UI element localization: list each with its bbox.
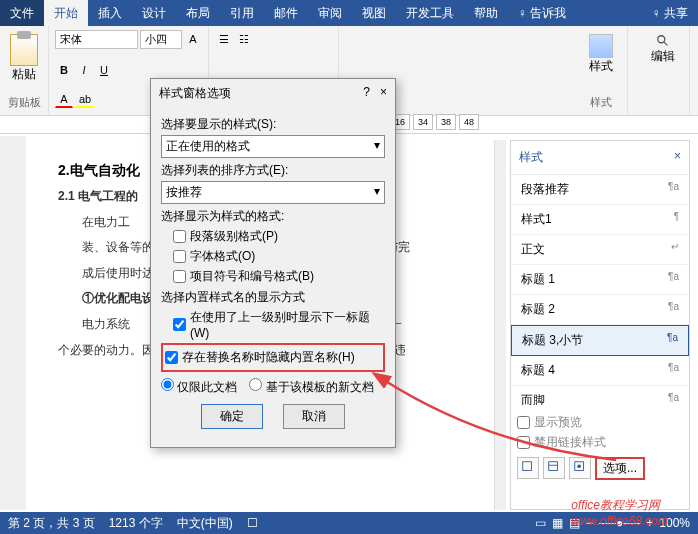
font-size-select[interactable]: 小四 bbox=[140, 30, 182, 49]
close-icon[interactable]: × bbox=[674, 149, 681, 166]
bold-button[interactable]: B bbox=[55, 61, 73, 79]
radio-this-doc[interactable]: 仅限此文档 bbox=[161, 378, 237, 396]
italic-button[interactable]: I bbox=[75, 61, 93, 79]
style-item[interactable]: 标题 1¶a bbox=[511, 265, 689, 295]
number-list-icon[interactable]: ☷ bbox=[235, 30, 253, 48]
zoom-slider[interactable]: ──●── bbox=[599, 516, 640, 530]
tab-home[interactable]: 开始 bbox=[44, 0, 88, 26]
editing-button[interactable]: 编辑 bbox=[643, 30, 683, 69]
select-show-styles[interactable]: 正在使用的格式▾ bbox=[161, 135, 385, 158]
styles-task-pane: 样式 × 段落推荐¶a 样式1¶ 正文↵ 标题 1¶a 标题 2¶a 标题 3,… bbox=[510, 140, 690, 510]
styles-list[interactable]: 段落推荐¶a 样式1¶ 正文↵ 标题 1¶a 标题 2¶a 标题 3,小节¶a … bbox=[511, 175, 689, 405]
styles-label: 样式 bbox=[589, 58, 613, 75]
font-name-select[interactable]: 宋体 bbox=[55, 30, 138, 49]
checkbox-font-format[interactable]: 字体格式(O) bbox=[173, 248, 385, 265]
view-readmode-icon[interactable]: ▭ bbox=[535, 516, 546, 530]
label-show-as-style: 选择显示为样式的格式: bbox=[161, 208, 385, 225]
editing-label: 编辑 bbox=[651, 48, 675, 65]
view-print-icon[interactable]: ▦ bbox=[552, 516, 563, 530]
chevron-down-icon: ▾ bbox=[374, 184, 380, 201]
style-item-selected[interactable]: 标题 3,小节¶a bbox=[511, 325, 689, 356]
status-ime[interactable]: ☐ bbox=[247, 516, 258, 530]
status-wordcount[interactable]: 1213 个字 bbox=[109, 515, 163, 532]
status-language[interactable]: 中文(中国) bbox=[177, 515, 233, 532]
vertical-scrollbar[interactable] bbox=[494, 140, 506, 510]
grow-font-icon[interactable]: A bbox=[184, 30, 202, 48]
zoom-in-icon[interactable]: + bbox=[646, 516, 653, 530]
group-styles: 样式 样式 bbox=[575, 26, 628, 114]
tab-design[interactable]: 设计 bbox=[132, 0, 176, 26]
zoom-out-icon[interactable]: − bbox=[586, 516, 593, 530]
close-icon[interactable]: × bbox=[380, 85, 387, 102]
nav-num[interactable]: 38 bbox=[436, 114, 456, 130]
clipboard-icon bbox=[10, 34, 38, 66]
font-color-button[interactable]: A bbox=[55, 90, 73, 108]
status-bar: 第 2 页，共 3 页 1213 个字 中文(中国) ☐ ▭ ▦ ▤ − ──●… bbox=[0, 512, 698, 534]
tell-me[interactable]: ♀ 告诉我 bbox=[508, 0, 576, 26]
style-item[interactable]: 正文↵ bbox=[511, 235, 689, 265]
zoom-level[interactable]: 100% bbox=[659, 516, 690, 530]
chevron-down-icon: ▾ bbox=[374, 138, 380, 155]
styles-pane-title: 样式 bbox=[519, 149, 543, 166]
body-text: 电力系统 bbox=[82, 317, 130, 331]
styles-button[interactable]: 样式 bbox=[581, 30, 621, 79]
style-item[interactable]: 标题 4¶a bbox=[511, 356, 689, 386]
tab-file[interactable]: 文件 bbox=[0, 0, 44, 26]
style-inspector-button[interactable] bbox=[543, 457, 565, 479]
dialog-titlebar: 样式窗格选项 ? × bbox=[151, 79, 395, 108]
tab-devtools[interactable]: 开发工具 bbox=[396, 0, 464, 26]
select-sort[interactable]: 按推荐▾ bbox=[161, 181, 385, 204]
help-icon[interactable]: ? bbox=[363, 85, 370, 102]
search-icon bbox=[656, 34, 670, 48]
style-item[interactable]: 标题 2¶a bbox=[511, 295, 689, 325]
paste-label: 粘贴 bbox=[12, 66, 36, 83]
tab-insert[interactable]: 插入 bbox=[88, 0, 132, 26]
tab-view[interactable]: 视图 bbox=[352, 0, 396, 26]
checkbox-show-preview[interactable]: 显示预览 bbox=[517, 414, 683, 431]
checkbox-show-next-heading[interactable]: 在使用了上一级别时显示下一标题(W) bbox=[173, 309, 385, 340]
svg-point-6 bbox=[577, 464, 581, 468]
checkbox-paragraph-format[interactable]: 段落级别格式(P) bbox=[173, 228, 385, 245]
group-editing: 编辑 bbox=[637, 26, 690, 114]
style-item[interactable]: 样式1¶ bbox=[511, 205, 689, 235]
manage-icon bbox=[573, 460, 587, 474]
nav-num[interactable]: 48 bbox=[459, 114, 479, 130]
view-web-icon[interactable]: ▤ bbox=[569, 516, 580, 530]
share-button[interactable]: ♀ 共享 bbox=[642, 0, 698, 26]
nav-num[interactable]: 34 bbox=[413, 114, 433, 130]
underline-button[interactable]: U bbox=[95, 61, 113, 79]
svg-rect-3 bbox=[549, 461, 558, 470]
checkbox-hide-builtin-names[interactable]: 存在替换名称时隐藏内置名称(H) bbox=[165, 349, 381, 366]
new-style-button[interactable] bbox=[517, 457, 539, 479]
label-sort: 选择列表的排序方式(E): bbox=[161, 162, 385, 179]
label-show-styles: 选择要显示的样式(S): bbox=[161, 116, 385, 133]
paste-button[interactable]: 粘贴 bbox=[6, 30, 42, 87]
dialog-title-text: 样式窗格选项 bbox=[159, 85, 231, 102]
left-gutter bbox=[0, 136, 26, 510]
tab-references[interactable]: 引用 bbox=[220, 0, 264, 26]
checkbox-bullet-format[interactable]: 项目符号和编号格式(B) bbox=[173, 268, 385, 285]
group-styles-label: 样式 bbox=[581, 95, 621, 110]
status-page[interactable]: 第 2 页，共 3 页 bbox=[8, 515, 95, 532]
options-button[interactable]: 选项... bbox=[595, 457, 645, 480]
tab-mailings[interactable]: 邮件 bbox=[264, 0, 308, 26]
bullet-list-icon[interactable]: ☰ bbox=[215, 30, 233, 48]
cancel-button[interactable]: 取消 bbox=[283, 404, 345, 429]
svg-rect-2 bbox=[523, 461, 532, 470]
inspector-icon bbox=[547, 460, 561, 474]
svg-point-0 bbox=[658, 36, 665, 43]
manage-styles-button[interactable] bbox=[569, 457, 591, 479]
style-item[interactable]: 而脚¶a bbox=[511, 386, 689, 405]
radio-template[interactable]: 基于该模板的新文档 bbox=[249, 378, 373, 396]
highlight-button[interactable]: ab bbox=[75, 90, 95, 108]
menu-bar: 文件 开始 插入 设计 布局 引用 邮件 审阅 视图 开发工具 帮助 ♀ 告诉我… bbox=[0, 0, 698, 26]
checkbox-disable-linked[interactable]: 禁用链接样式 bbox=[517, 434, 683, 451]
tab-review[interactable]: 审阅 bbox=[308, 0, 352, 26]
ok-button[interactable]: 确定 bbox=[201, 404, 263, 429]
group-clipboard-label: 剪贴板 bbox=[6, 95, 42, 110]
style-item[interactable]: 段落推荐¶a bbox=[511, 175, 689, 205]
tab-layout[interactable]: 布局 bbox=[176, 0, 220, 26]
svg-line-1 bbox=[664, 42, 668, 46]
new-style-icon bbox=[521, 460, 535, 474]
tab-help[interactable]: 帮助 bbox=[464, 0, 508, 26]
